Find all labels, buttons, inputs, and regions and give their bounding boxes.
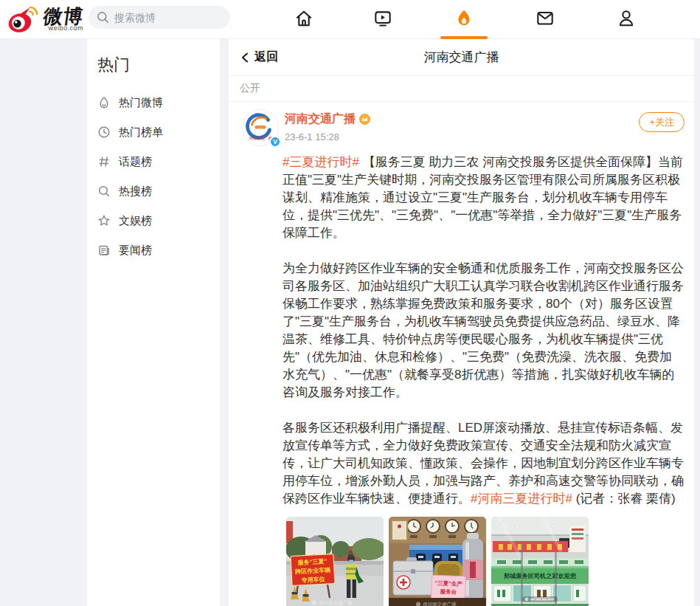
hashtag-link[interactable]: #三夏进行时# bbox=[283, 155, 359, 169]
sidebar-item-label: 文娱榜 bbox=[119, 214, 152, 228]
post-timestamp: 23-6-1 15:28 bbox=[285, 131, 370, 142]
brand-name: 微博 bbox=[42, 7, 85, 26]
back-button[interactable]: 返回 bbox=[240, 49, 278, 65]
svg-text:服务台: 服务台 bbox=[439, 588, 457, 596]
fire-icon bbox=[97, 96, 111, 109]
sidebar-item-news[interactable]: 要闻榜 bbox=[87, 235, 220, 265]
post-header: 河南交通广播 V 河南交通广播 23-6-1 15:28 +关注 bbox=[242, 109, 685, 146]
weibo-eye-icon bbox=[7, 4, 41, 34]
hot-icon[interactable] bbox=[454, 8, 474, 29]
post-text: #三夏进行时# 【服务三夏 助力三农 河南交投服务区提供全面保障】当前正值"三夏… bbox=[283, 154, 685, 508]
search-icon bbox=[97, 11, 109, 24]
page-title: 河南交通广播 bbox=[229, 49, 694, 66]
avatar[interactable]: 河南交通广播 V bbox=[242, 109, 279, 146]
detail-header: 返回 河南交通广播 bbox=[229, 39, 694, 76]
active-tab-underline bbox=[440, 36, 488, 39]
author-name[interactable]: 河南交通广播 bbox=[285, 111, 356, 127]
photo-parking-sign[interactable]: 服务"三夏" 跨区作业车辆 专用车位 bbox=[286, 517, 384, 606]
photo-watermark bbox=[522, 596, 558, 602]
post-image-grid: 服务"三夏" 跨区作业车辆 专用车位 bbox=[286, 517, 685, 606]
verified-badge: V bbox=[269, 136, 281, 148]
search-input[interactable] bbox=[114, 12, 218, 24]
sidebar-item-label: 话题榜 bbox=[119, 155, 152, 169]
svg-text:@河南交通广播: @河南交通广播 bbox=[423, 602, 457, 606]
service-desk-sign: "三夏"生产 服务台 bbox=[431, 575, 465, 600]
post-paragraph: 各服务区还积极利用广播提醒、LED屏滚动播放、悬挂宣传标语条幅、发放宣传单等方式… bbox=[283, 419, 685, 508]
svg-text:"三夏"生产: "三夏"生产 bbox=[434, 579, 462, 587]
profile-icon[interactable] bbox=[616, 8, 637, 29]
photo-watermark: @河南交通广播 bbox=[312, 600, 353, 606]
clock-icon bbox=[97, 125, 111, 139]
svg-text:@河南交通广播: @河南交通广播 bbox=[319, 600, 353, 606]
sidebar-item-hot-weibo[interactable]: 热门微博 bbox=[87, 88, 220, 117]
post-text-segment: 为全力做好跨区作业车辆的安全畅通和优质服务工作，河南交投服务区公司各服务区、加油… bbox=[283, 261, 684, 399]
sidebar-item-label: 热门微博 bbox=[119, 96, 163, 110]
visibility-label: 公开 bbox=[229, 76, 694, 102]
follow-button[interactable]: +关注 bbox=[639, 112, 685, 132]
search-box[interactable] bbox=[89, 6, 230, 29]
sidebar-item-label: 热搜榜 bbox=[119, 185, 152, 199]
sidebar-item-entertainment[interactable]: 文娱榜 bbox=[87, 206, 220, 235]
svg-text:郏城服务区司机之家欢迎您: 郏城服务区司机之家欢迎您 bbox=[503, 572, 577, 579]
sidebar: 热门 热门微博 热门榜单 话题榜 bbox=[87, 39, 220, 606]
home-icon[interactable] bbox=[294, 8, 314, 29]
mail-icon[interactable] bbox=[535, 8, 555, 29]
weibo-logo[interactable]: 微博 weibo.com bbox=[7, 4, 83, 34]
search-icon bbox=[97, 185, 111, 198]
video-icon[interactable] bbox=[372, 8, 393, 29]
sidebar-title: 热门 bbox=[97, 54, 220, 76]
post-detail-panel: 返回 河南交通广播 公开 河南交通广播 V 河南交 bbox=[229, 39, 694, 606]
photo-service-desk[interactable]: "三夏"生产 服务台 @河南交通广播 bbox=[389, 517, 486, 606]
hashtag-link[interactable]: #河南三夏进行时# bbox=[471, 492, 572, 506]
sidebar-item-topics[interactable]: 话题榜 bbox=[87, 147, 220, 176]
back-label: 返回 bbox=[254, 49, 278, 65]
sidebar-item-hot-search[interactable]: 热搜榜 bbox=[87, 176, 220, 206]
photo-watermark: @河南交通广播 bbox=[416, 602, 457, 606]
sidebar-item-hot-ranking[interactable]: 热门榜单 bbox=[87, 117, 220, 147]
post-paragraph: #三夏进行时# 【服务三夏 助力三农 河南交投服务区提供全面保障】当前正值"三夏… bbox=[283, 154, 685, 242]
post-paragraph: 为全力做好跨区作业车辆的安全畅通和优质服务工作，河南交投服务区公司各服务区、加油… bbox=[283, 260, 685, 402]
vip-badge-icon bbox=[359, 114, 370, 125]
star-icon bbox=[97, 214, 111, 227]
chevron-left-icon bbox=[240, 52, 250, 63]
hash-icon bbox=[97, 155, 111, 168]
sidebar-item-label: 要闻榜 bbox=[119, 244, 152, 258]
post: 河南交通广播 V 河南交通广播 23-6-1 15:28 +关注 #三夏进行 bbox=[229, 102, 694, 606]
photo-driver-home[interactable]: 郏城服务区司机之家欢迎您 bbox=[491, 517, 589, 606]
parking-sign: 服务"三夏" 跨区作业车辆 专用车位 bbox=[291, 554, 335, 586]
news-icon bbox=[97, 244, 111, 257]
top-navigation-bar: 微博 weibo.com bbox=[0, 0, 700, 39]
svg-text:专用车位: 专用车位 bbox=[300, 576, 325, 584]
sidebar-item-label: 热门榜单 bbox=[119, 125, 163, 140]
post-text-segment: (记者：张睿 栗倩) bbox=[572, 492, 676, 506]
